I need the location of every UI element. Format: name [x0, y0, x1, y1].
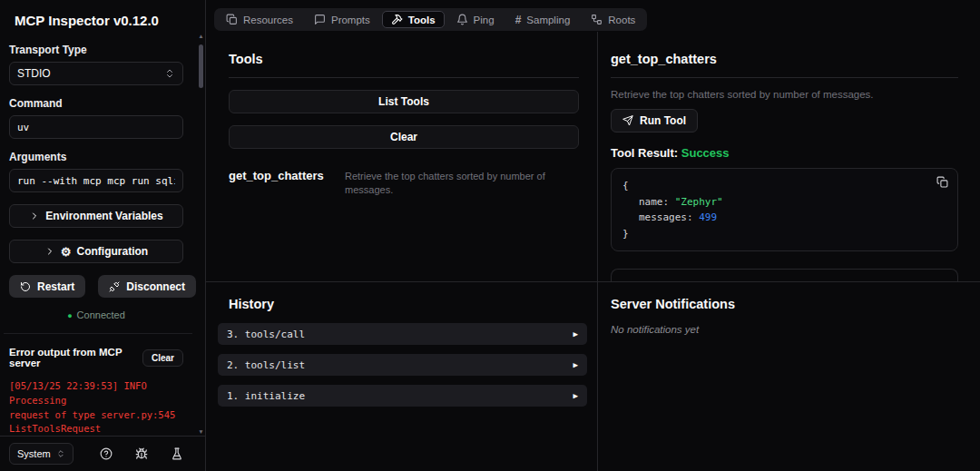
tab-bar: Resources Prompts Tools Ping # Sampling — [206, 0, 980, 32]
tab-sampling[interactable]: # Sampling — [506, 11, 580, 28]
error-log-line: ListToolsRequest — [9, 422, 183, 436]
files-icon — [226, 14, 238, 25]
history-item[interactable]: 2. tools/list ▶ — [218, 354, 587, 376]
scrollbar-thumb[interactable] — [199, 44, 203, 88]
transport-type-label: Transport Type — [9, 44, 183, 56]
json-line: messages: 499 — [622, 210, 946, 226]
chevrons-up-down-icon — [56, 449, 65, 458]
error-log-line: request of type server.py:545 — [9, 408, 183, 423]
server-notifications-panel: Server Notifications No notifications ye… — [597, 281, 980, 471]
history-item[interactable]: 3. tools/call ▶ — [218, 323, 587, 345]
server-notifications-title: Server Notifications — [611, 297, 958, 311]
restart-button[interactable]: Restart — [9, 275, 85, 298]
run-tool-button[interactable]: Run Tool — [611, 109, 698, 132]
expand-play-icon: ▶ — [573, 391, 578, 400]
json-line: name: "Zephyr" — [622, 194, 946, 211]
list-tools-button[interactable]: List Tools — [229, 90, 579, 113]
error-clear-button[interactable]: Clear — [142, 349, 183, 367]
sidebar: MCP Inspector v0.12.0 Transport Type STD… — [0, 0, 206, 471]
bug-icon[interactable] — [135, 447, 148, 460]
unplug-icon — [109, 281, 120, 292]
footer-icons — [100, 447, 196, 460]
error-log: [05/13/25 22:39:53] INFO Processing requ… — [9, 379, 183, 436]
hammer-icon — [391, 14, 403, 25]
tabs-list: Resources Prompts Tools Ping # Sampling — [214, 8, 647, 31]
json-line: { — [622, 178, 946, 194]
tab-ping[interactable]: Ping — [447, 11, 504, 28]
expand-play-icon: ▶ — [573, 329, 578, 339]
notifications-empty-message: No notifications yet — [611, 324, 958, 335]
scroll-up-arrow-icon[interactable]: ▲ — [197, 33, 205, 39]
chevrons-up-down-icon — [164, 68, 175, 79]
tool-name: get_top_chatters — [229, 169, 330, 198]
tab-roots[interactable]: Roots — [582, 11, 644, 28]
clear-tools-button[interactable]: Clear — [229, 125, 579, 149]
transport-type-select[interactable]: STDIO — [9, 62, 183, 85]
hash-icon: # — [515, 15, 522, 25]
tools-panel: Tools List Tools Clear get_top_chatters … — [206, 32, 597, 281]
status-dot-icon: ● — [67, 311, 72, 320]
history-panel: History 3. tools/call ▶ 2. tools/list ▶ … — [206, 281, 597, 471]
environment-variables-button[interactable]: Environment Variables — [9, 204, 183, 228]
tab-tools[interactable]: Tools — [382, 11, 445, 28]
restart-icon — [20, 281, 31, 292]
tool-detail-description: Retrieve the top chatters sorted by numb… — [611, 89, 958, 100]
command-input[interactable] — [9, 115, 183, 139]
json-string-value: "Zephyr" — [675, 196, 723, 208]
send-icon — [622, 115, 633, 126]
sidebar-footer: System — [0, 436, 205, 471]
tab-prompts[interactable]: Prompts — [305, 11, 379, 28]
folder-tree-icon — [591, 14, 603, 25]
tool-description: Retrieve the top chatters sorted by numb… — [345, 169, 579, 198]
next-section-partial — [611, 269, 958, 281]
result-status-badge: Success — [681, 146, 730, 160]
command-label: Command — [9, 97, 183, 110]
arguments-input[interactable] — [9, 169, 183, 192]
chevron-right-icon — [44, 246, 55, 257]
transport-type-value: STDIO — [17, 67, 51, 80]
error-output-title: Error output from MCP server — [9, 347, 142, 368]
message-square-icon — [314, 14, 326, 25]
arguments-label: Arguments — [9, 151, 183, 163]
gear-icon: ⚙ — [61, 246, 72, 258]
help-icon[interactable] — [100, 447, 113, 460]
tool-detail-title: get_top_chatters — [611, 52, 958, 78]
main-area: Resources Prompts Tools Ping # Sampling — [206, 0, 980, 471]
tools-panel-title: Tools — [229, 52, 579, 78]
theme-select[interactable]: System — [9, 443, 74, 465]
copy-icon[interactable] — [936, 176, 948, 188]
connection-status: ●Connected — [9, 309, 183, 320]
chevron-right-icon — [29, 211, 40, 221]
error-log-line: [05/13/25 22:39:53] INFO Processing — [9, 379, 183, 408]
content-grid: Tools List Tools Clear get_top_chatters … — [206, 32, 980, 471]
tool-list-item[interactable]: get_top_chatters Retrieve the top chatte… — [229, 169, 579, 198]
bell-icon — [456, 14, 468, 25]
tool-result-label: Tool Result: Success — [611, 146, 958, 160]
app-window: MCP Inspector v0.12.0 Transport Type STD… — [0, 0, 980, 471]
tab-resources[interactable]: Resources — [217, 11, 302, 28]
error-output-header: Error output from MCP server Clear — [9, 347, 183, 368]
tool-detail-panel: get_top_chatters Retrieve the top chatte… — [597, 32, 980, 281]
history-title: History — [229, 297, 587, 311]
app-title: MCP Inspector v0.12.0 — [0, 0, 205, 32]
scroll-down-arrow-icon[interactable]: ▼ — [197, 428, 205, 435]
connection-buttons: Restart Disconnect — [9, 275, 183, 298]
sidebar-divider — [4, 333, 192, 334]
disconnect-button[interactable]: Disconnect — [98, 275, 196, 298]
sidebar-scrollbar[interactable]: ▲ ▼ — [197, 33, 205, 435]
expand-play-icon: ▶ — [573, 360, 578, 369]
configuration-button[interactable]: ⚙ Configuration — [9, 240, 183, 263]
json-line: } — [622, 226, 946, 242]
flask-icon[interactable] — [171, 447, 183, 460]
sidebar-scroll-area: Transport Type STDIO Command Arguments E… — [0, 32, 205, 436]
history-item[interactable]: 1. initialize ▶ — [218, 385, 587, 407]
tool-result-json: { name: "Zephyr" messages: 499 } — [611, 168, 958, 251]
json-number-value: 499 — [699, 211, 717, 223]
